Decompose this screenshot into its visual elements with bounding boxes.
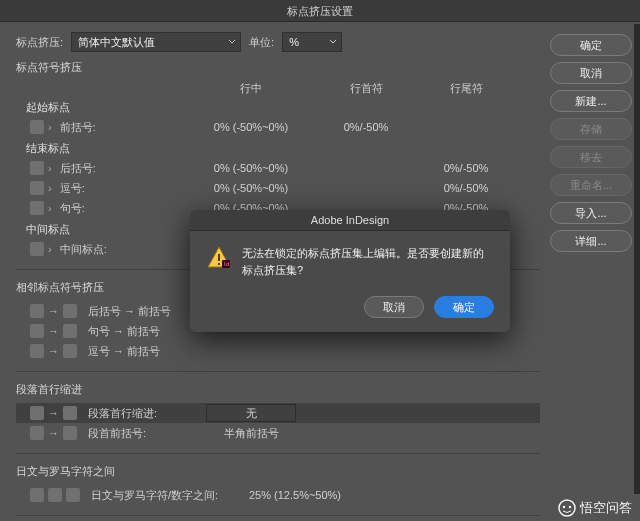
open-bracket-icon	[63, 324, 77, 338]
window-title: 标点挤压设置	[0, 0, 640, 22]
arrow-right-icon: →	[48, 325, 59, 337]
wukong-logo-icon	[558, 499, 576, 517]
row-label: 段落首行缩进:	[88, 406, 157, 421]
table-row[interactable]: → 段首前括号: 半角前括号	[16, 423, 540, 443]
alert-dialog: Adobe InDesign Id 无法在锁定的标点挤压集上编辑。是否要创建新的…	[190, 210, 510, 332]
indent-value[interactable]: 无	[206, 404, 296, 422]
close-bracket-icon	[30, 304, 44, 318]
import-button[interactable]: 导入...	[550, 202, 632, 224]
mojikumi-value: 简体中文默认值	[78, 35, 155, 50]
svg-point-5	[563, 506, 565, 508]
row-label: 逗号 → 前括号	[88, 344, 160, 359]
divider	[16, 515, 540, 516]
divider	[16, 371, 540, 372]
unit-label: 单位:	[249, 35, 274, 50]
cjk-icon	[30, 488, 44, 502]
paragraph-icon	[30, 426, 44, 440]
unit-value: %	[289, 36, 299, 48]
cancel-button[interactable]: 取消	[550, 62, 632, 84]
cell-value: 0%/-50%	[416, 162, 516, 174]
open-bracket-icon	[63, 304, 77, 318]
watermark: 悟空问答	[558, 499, 632, 517]
remove-button: 移去	[550, 146, 632, 168]
svg-point-6	[569, 506, 571, 508]
col-linetail: 行尾符	[416, 81, 516, 96]
row-label: 逗号:	[60, 181, 85, 196]
table-row[interactable]: → 逗号 → 前括号	[16, 341, 540, 361]
row-label: 前括号:	[60, 120, 96, 135]
open-bracket-icon	[63, 426, 77, 440]
dialog-title: Adobe InDesign	[190, 210, 510, 231]
cell-value: 0% (-50%~0%)	[186, 162, 316, 174]
dialog-message: 无法在锁定的标点挤压集上编辑。是否要创建新的标点挤压集?	[242, 245, 494, 278]
new-button[interactable]: 新建...	[550, 90, 632, 112]
svg-point-4	[559, 500, 575, 516]
row-label: 句号 → 前括号	[88, 324, 160, 339]
period-icon	[30, 324, 44, 338]
comma-icon	[30, 181, 44, 195]
section4-title: 日文与罗马字符之间	[16, 464, 540, 479]
table-row[interactable]: ›逗号: 0% (-50%~0%) 0%/-50%	[16, 178, 540, 198]
dialog-ok-button[interactable]: 确定	[434, 296, 494, 318]
unit-dropdown[interactable]: %	[282, 32, 342, 52]
dialog-cancel-button[interactable]: 取消	[364, 296, 424, 318]
row-label: 句号:	[60, 201, 85, 216]
svg-text:Id: Id	[224, 261, 229, 267]
svg-rect-1	[218, 263, 220, 265]
row-label: 后括号 → 前括号	[88, 304, 171, 319]
chevron-right-icon: ›	[48, 121, 52, 133]
section-indent: 段落首行缩进 → 段落首行缩进: 无 → 段首前括号: 半角前括号	[16, 382, 540, 443]
close-bracket-icon	[30, 161, 44, 175]
open-bracket-icon	[63, 344, 77, 358]
table-row[interactable]: 日文与罗马字符/数字之间: 25% (12.5%~50%)	[16, 485, 540, 505]
col-linehead: 行首符	[316, 81, 416, 96]
comma-icon	[30, 344, 44, 358]
table-row[interactable]: ›后括号: 0% (-50%~0%) 0%/-50%	[16, 158, 540, 178]
arrow-right-icon: →	[48, 305, 59, 317]
char-icon	[63, 406, 77, 420]
middle-dot-icon	[30, 242, 44, 256]
arrow-right-icon: →	[48, 407, 59, 419]
row-label: 段首前括号:	[88, 426, 146, 441]
section3-title: 段落首行缩进	[16, 382, 540, 397]
watermark-text: 悟空问答	[580, 499, 632, 517]
chevron-down-icon	[228, 36, 236, 48]
chevron-down-icon	[329, 36, 337, 48]
period-icon	[30, 201, 44, 215]
warning-icon: Id	[206, 245, 232, 271]
row-label: 日文与罗马字符/数字之间:	[91, 488, 218, 503]
mojikumi-label: 标点挤压:	[16, 35, 63, 50]
table-row[interactable]: ›前括号: 0% (-50%~0%) 0%/-50%	[16, 117, 540, 137]
open-bracket-icon	[30, 120, 44, 134]
chevron-right-icon: ›	[48, 202, 52, 214]
section1-title: 标点符号挤压	[16, 60, 540, 75]
group-start-punct: 起始标点	[26, 100, 540, 115]
rename-button: 重命名...	[550, 174, 632, 196]
cjk-icon	[66, 488, 80, 502]
col-inline: 行中	[186, 81, 316, 96]
detail-button[interactable]: 详细...	[550, 230, 632, 252]
cell-value: 0% (-50%~0%)	[186, 182, 316, 194]
save-button: 存储	[550, 118, 632, 140]
table-row[interactable]: → 段落首行缩进: 无	[16, 403, 540, 423]
section-jp-roman: 日文与罗马字符之间 日文与罗马字符/数字之间: 25% (12.5%~50%)	[16, 464, 540, 505]
chevron-right-icon: ›	[48, 243, 52, 255]
divider	[16, 453, 540, 454]
arrow-right-icon: →	[48, 345, 59, 357]
paragraph-icon	[30, 406, 44, 420]
ok-button[interactable]: 确定	[550, 34, 632, 56]
chevron-right-icon: ›	[48, 162, 52, 174]
cell-value: 25% (12.5%~50%)	[230, 489, 360, 501]
row-label: 后括号:	[60, 161, 96, 176]
arrow-right-icon: →	[48, 427, 59, 439]
row-label: 中间标点:	[60, 242, 107, 257]
cell-value: 0% (-50%~0%)	[186, 121, 316, 133]
roman-icon	[48, 488, 62, 502]
group-end-punct: 结束标点	[26, 141, 540, 156]
cell-value: 半角前括号	[186, 426, 316, 441]
right-panel-strip	[634, 24, 640, 494]
chevron-right-icon: ›	[48, 182, 52, 194]
cell-value: 0%/-50%	[416, 182, 516, 194]
mojikumi-dropdown[interactable]: 简体中文默认值	[71, 32, 241, 52]
cell-value: 0%/-50%	[316, 121, 416, 133]
